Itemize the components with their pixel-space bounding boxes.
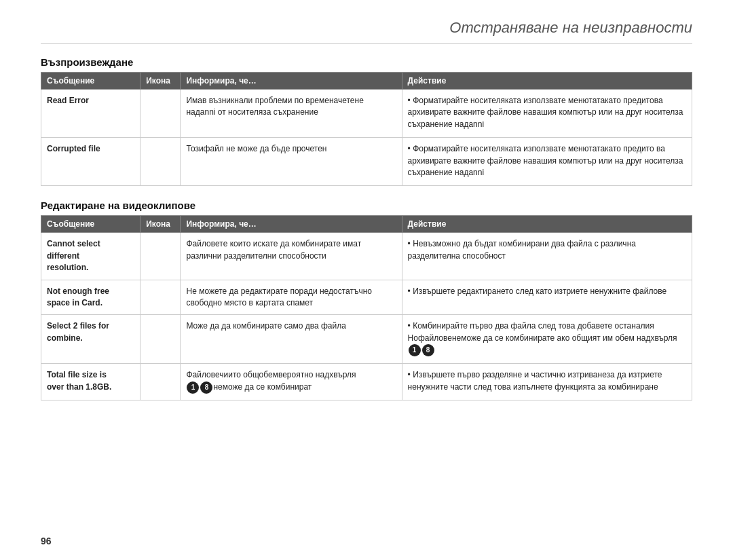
s2-header-message: Съобщение [41, 216, 140, 233]
table-row: Select 2 files forcombine. Може да да ко… [41, 315, 692, 364]
s1-header-icon: Икона [140, 73, 181, 90]
s2-row1-message: Cannot selectdifferentresolution. [41, 233, 140, 280]
table-row: Total file size isover than 1.8GB. Файло… [41, 364, 692, 400]
s2-row3-action: Комбинирайте първо два файла след това д… [402, 315, 692, 364]
s2-row2-action: Извършете редактирането след като изтрие… [402, 280, 692, 315]
page-number: 96 [41, 536, 52, 546]
s2-header-action: Действие [402, 216, 692, 233]
table-row: Cannot selectdifferentresolution. Файлов… [41, 233, 692, 280]
s2-row4-info: Файловечиито общобемвероятно надхвърля18… [181, 364, 402, 400]
s2-row4-message: Total file size isover than 1.8GB. [41, 364, 140, 400]
s2-header-icon: Икона [140, 216, 181, 233]
section1-title: Възпроизвеждане [41, 56, 692, 68]
s2-row2-message: Not enough freespace in Card. [41, 280, 140, 315]
s2-row2-icon [140, 280, 181, 315]
icon-1: 1 [409, 344, 421, 356]
table-row: Read Error Имав възникнали проблеми по в… [41, 90, 692, 138]
s2-row4-action: Извършете първо разделяне и частично изт… [402, 364, 692, 400]
section1-table: Съобщение Икона Информира, че… Действие … [41, 72, 692, 186]
s2-row3-icon [140, 315, 181, 364]
page: Отстраняване на неизправности Възпроизве… [0, 0, 733, 560]
s1-row2-icon [140, 138, 181, 186]
table-row: Corrupted file Тозифайл не може да бъде … [41, 138, 692, 186]
s2-row3-message: Select 2 files forcombine. [41, 315, 140, 364]
s1-header-info: Информира, че… [181, 73, 402, 90]
s1-header-message: Съобщение [41, 73, 140, 90]
s1-row2-message: Corrupted file [41, 138, 140, 186]
s2-row1-action: Невъзможно да бъдат комбинирани два файл… [402, 233, 692, 280]
s1-row1-action: Форматирайте носителяката използвате мен… [402, 90, 692, 138]
section2-table: Съобщение Икона Информира, че… Действие … [41, 215, 692, 400]
s1-row1-message: Read Error [41, 90, 140, 138]
s2-row1-info: Файловете които искате да комбинирате им… [181, 233, 402, 280]
s2-row1-icon [140, 233, 181, 280]
s1-row1-info: Имав възникнали проблеми по временачетен… [181, 90, 402, 138]
icon-1b: 1 [187, 381, 199, 394]
s2-row3-info: Може да да комбинирате само два файла [181, 315, 402, 364]
page-title: Отстраняване на неизправности [41, 0, 692, 44]
s1-row2-info: Тозифайл не може да бъде прочетен [181, 138, 402, 186]
icon-8b: 8 [200, 381, 212, 394]
s2-row2-info: Не можете да редактирате поради недостат… [181, 280, 402, 315]
s1-header-action: Действие [402, 73, 692, 90]
icon-8: 8 [422, 344, 434, 356]
s1-row1-icon [140, 90, 181, 138]
table-row: Not enough freespace in Card. Не можете … [41, 280, 692, 315]
section2-title: Редактиране на видеоклипове [41, 200, 692, 211]
s2-row4-icon [140, 364, 181, 400]
s2-header-info: Информира, че… [181, 216, 402, 233]
s1-row2-action: Форматирайте носителяката използвате мен… [402, 138, 692, 186]
